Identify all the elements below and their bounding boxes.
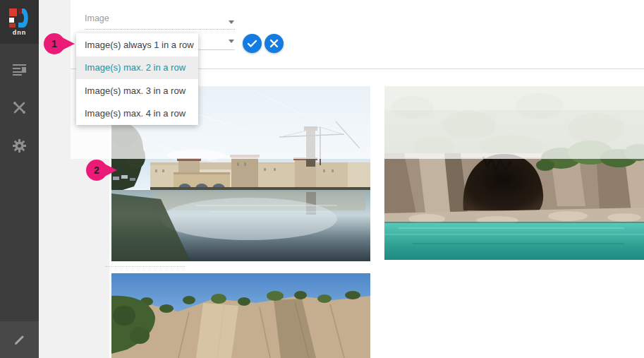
dnn-logo-icon [9,8,30,28]
dropdown-item-4-in-a-row[interactable]: Image(s) max. 4 in a row [76,102,198,126]
edit-pencil-icon [13,333,26,346]
dnn-logo-text: dnn [13,29,27,36]
cliff-photo [111,273,370,358]
callout-badge-2: 2 [86,160,117,181]
close-icon [265,34,284,53]
image-field-underline [85,29,235,30]
dropdown-item-3-in-a-row[interactable]: Image(s) max. 3 in a row [76,79,198,102]
callout-badge-1: 1 [44,33,75,54]
image-select-chevron-down-icon[interactable] [229,20,234,24]
content-icon [12,62,27,77]
callout-badge-2-number: 2 [94,165,99,176]
sidebar-item-tools[interactable] [0,93,39,121]
layout-field-underline [198,49,235,50]
dropdown-item-2-in-a-row[interactable]: Image(s) max. 2 in a row [76,56,198,80]
row-layout-dropdown-menu: Image(s) always 1 in a row Image(s) max.… [76,33,198,125]
dnn-logo-button[interactable]: dnn [0,0,39,44]
persona-bar-sidebar: dnn [0,0,39,358]
sidebar-item-content[interactable] [0,55,39,83]
sidebar-item-settings[interactable] [0,131,39,160]
gallery-image-cliff[interactable] [111,273,370,358]
confirm-button[interactable] [243,34,262,53]
layout-select-chevron-down-icon[interactable] [229,40,234,43]
module-boundary-dotted-line [106,266,185,267]
sidebar-edit-section[interactable] [0,321,39,358]
check-icon [243,34,262,53]
dnn-edit-screen: Image Image(s) always 1 in a row Image(s… [0,0,644,358]
settings-gear-icon [12,138,27,153]
image-field-label: Image [85,13,109,23]
cancel-button[interactable] [265,34,284,53]
dropdown-item-1-in-a-row[interactable]: Image(s) always 1 in a row [76,33,198,56]
callout-badge-1-number: 1 [51,38,57,49]
tools-icon [12,100,27,115]
